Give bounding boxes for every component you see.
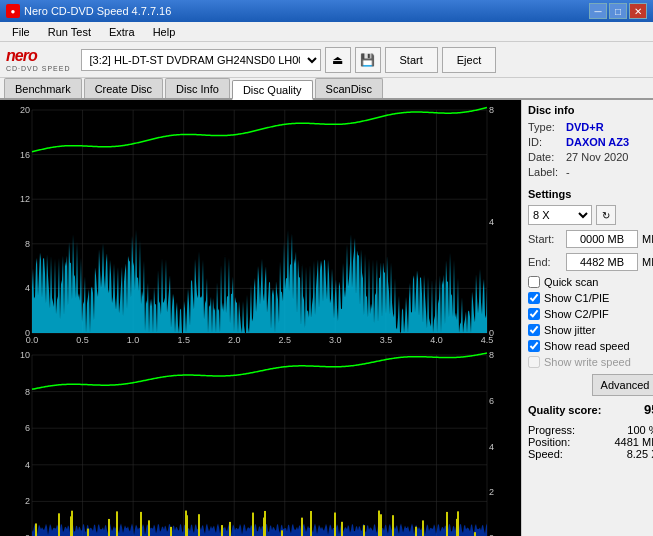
chart-canvas (4, 104, 517, 536)
disc-label-row: Label: - (528, 166, 653, 178)
tab-create-disc[interactable]: Create Disc (84, 78, 163, 98)
quality-score-label: Quality score: (528, 404, 601, 416)
menu-file[interactable]: File (4, 24, 38, 40)
title-bar: ● Nero CD-DVD Speed 4.7.7.16 ─ □ ✕ (0, 0, 653, 22)
settings-title: Settings (528, 188, 653, 200)
disc-label-label: Label: (528, 166, 562, 178)
speed-select[interactable]: 8 X (528, 205, 592, 225)
menu-extra[interactable]: Extra (101, 24, 143, 40)
show-read-speed-row: Show read speed (528, 340, 653, 352)
quick-scan-checkbox[interactable] (528, 276, 540, 288)
quality-score-row: Quality score: 95 (528, 402, 653, 417)
disc-id-value: DAXON AZ3 (566, 136, 629, 148)
start-label: Start: (528, 233, 562, 245)
quick-scan-label: Quick scan (544, 276, 598, 288)
chart-area (0, 100, 521, 536)
disc-id-label: ID: (528, 136, 562, 148)
menu-help[interactable]: Help (145, 24, 184, 40)
tab-scan-disc[interactable]: ScanDisc (315, 78, 383, 98)
end-mb: MB (642, 256, 653, 268)
speed-label: Speed: (528, 448, 563, 460)
progress-label: Progress: (528, 424, 575, 436)
eject-icon[interactable]: ⏏ (325, 47, 351, 73)
start-button[interactable]: Start (385, 47, 438, 73)
save-icon[interactable]: 💾 (355, 47, 381, 73)
toolbar: nero CD·DVD SPEED [3:2] HL-DT-ST DVDRAM … (0, 42, 653, 78)
show-read-speed-checkbox[interactable] (528, 340, 540, 352)
show-jitter-checkbox[interactable] (528, 324, 540, 336)
nero-logo: nero CD·DVD SPEED (6, 47, 71, 72)
show-c1-pie-row: Show C1/PIE (528, 292, 653, 304)
main-content: Disc info Type: DVD+R ID: DAXON AZ3 Date… (0, 100, 653, 536)
speed-value: 8.25 X (627, 448, 653, 460)
progress-section: Progress: 100 % Position: 4481 MB Speed:… (528, 424, 653, 460)
eject-button[interactable]: Eject (442, 47, 496, 73)
show-write-speed-checkbox (528, 356, 540, 368)
show-c2-pif-checkbox[interactable] (528, 308, 540, 320)
app-icon: ● (6, 4, 20, 18)
tab-bar: Benchmark Create Disc Disc Info Disc Qua… (0, 78, 653, 100)
disc-date-row: Date: 27 Nov 2020 (528, 151, 653, 163)
show-jitter-row: Show jitter (528, 324, 653, 336)
start-mb: MB (642, 233, 653, 245)
end-row: End: MB (528, 253, 653, 271)
menu-run-test[interactable]: Run Test (40, 24, 99, 40)
disc-date-value: 27 Nov 2020 (566, 151, 628, 163)
drive-select[interactable]: [3:2] HL-DT-ST DVDRAM GH24NSD0 LH00 (81, 49, 321, 71)
tab-disc-quality[interactable]: Disc Quality (232, 80, 313, 100)
speed-row: Speed: 8.25 X (528, 448, 653, 460)
menu-bar: File Run Test Extra Help (0, 22, 653, 42)
start-input[interactable] (566, 230, 638, 248)
disc-id-row: ID: DAXON AZ3 (528, 136, 653, 148)
disc-label-value: - (566, 166, 570, 178)
show-read-speed-label: Show read speed (544, 340, 630, 352)
tab-benchmark[interactable]: Benchmark (4, 78, 82, 98)
show-c1-pie-checkbox[interactable] (528, 292, 540, 304)
position-row: Position: 4481 MB (528, 436, 653, 448)
maximize-button[interactable]: □ (609, 3, 627, 19)
show-write-speed-row: Show write speed (528, 356, 653, 368)
quality-score-value: 95 (644, 402, 653, 417)
progress-row: Progress: 100 % (528, 424, 653, 436)
disc-date-label: Date: (528, 151, 562, 163)
quick-scan-row: Quick scan (528, 276, 653, 288)
close-button[interactable]: ✕ (629, 3, 647, 19)
position-label: Position: (528, 436, 570, 448)
disc-info-title: Disc info (528, 104, 653, 116)
start-row: Start: MB (528, 230, 653, 248)
end-input[interactable] (566, 253, 638, 271)
window-title: Nero CD-DVD Speed 4.7.7.16 (24, 5, 171, 17)
refresh-button[interactable]: ↻ (596, 205, 616, 225)
show-c1-pie-label: Show C1/PIE (544, 292, 609, 304)
show-c2-pif-label: Show C2/PIF (544, 308, 609, 320)
show-c2-pif-row: Show C2/PIF (528, 308, 653, 320)
position-value: 4481 MB (614, 436, 653, 448)
show-write-speed-label: Show write speed (544, 356, 631, 368)
right-panel: Disc info Type: DVD+R ID: DAXON AZ3 Date… (521, 100, 653, 536)
end-label: End: (528, 256, 562, 268)
show-jitter-label: Show jitter (544, 324, 595, 336)
tab-disc-info[interactable]: Disc Info (165, 78, 230, 98)
speed-row: 8 X ↻ (528, 205, 653, 225)
disc-type-row: Type: DVD+R (528, 121, 653, 133)
advanced-button[interactable]: Advanced (592, 374, 653, 396)
progress-value: 100 % (627, 424, 653, 436)
disc-type-value: DVD+R (566, 121, 604, 133)
disc-type-label: Type: (528, 121, 562, 133)
minimize-button[interactable]: ─ (589, 3, 607, 19)
